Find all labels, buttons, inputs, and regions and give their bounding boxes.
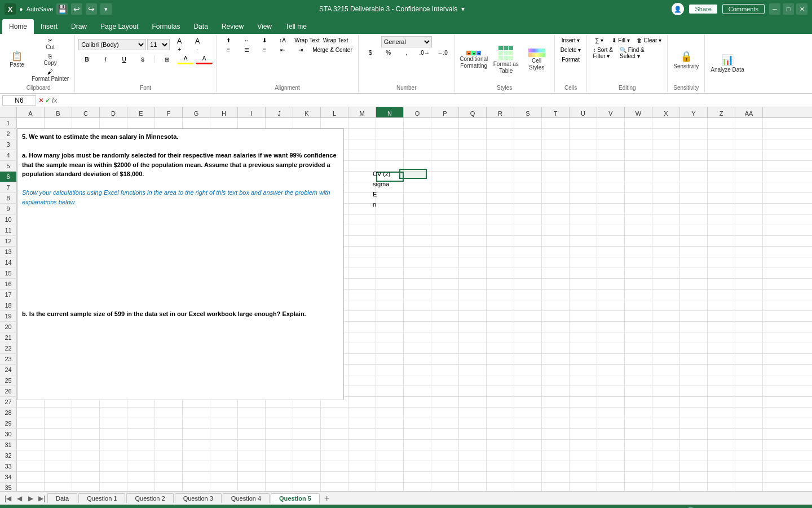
cell-P22[interactable] (431, 343, 459, 353)
cell-U15[interactable] (570, 268, 597, 278)
cell-M4[interactable] (348, 150, 376, 160)
cell-S28[interactable] (514, 408, 542, 418)
cell-P27[interactable] (431, 397, 459, 407)
col-header-Z[interactable]: Z (708, 107, 735, 117)
paste-button[interactable]: 📋 Paste (6, 50, 28, 71)
font-shrink-button[interactable]: A- (189, 36, 206, 53)
row-number-19[interactable]: 19 (0, 311, 17, 321)
cell-S6[interactable] (514, 172, 542, 182)
tab-pagelayout[interactable]: Page Layout (94, 19, 145, 34)
cell-X35[interactable] (652, 483, 680, 491)
col-header-G[interactable]: G (183, 107, 210, 117)
cell-Q18[interactable] (459, 300, 487, 310)
cell-Q23[interactable] (459, 354, 487, 364)
cell-D32[interactable] (100, 450, 127, 461)
cell-O33[interactable] (404, 461, 431, 471)
cell-F34[interactable] (155, 472, 183, 482)
cell-O10[interactable] (404, 214, 431, 225)
cell-Q22[interactable] (459, 343, 487, 353)
cell-W26[interactable] (625, 386, 652, 396)
cell-O8[interactable] (404, 193, 431, 203)
cell-Z27[interactable] (708, 397, 735, 407)
cell-Q34[interactable] (459, 472, 487, 482)
cell-U26[interactable] (570, 386, 597, 396)
cell-W2[interactable] (625, 129, 652, 139)
cell-AA8[interactable] (735, 193, 763, 203)
cell-Y8[interactable] (680, 193, 708, 203)
cell-W31[interactable] (625, 440, 652, 450)
cell-N13[interactable] (376, 247, 404, 257)
cell-W22[interactable] (625, 343, 652, 353)
cell-H28[interactable] (210, 408, 238, 418)
cell-R5[interactable] (487, 161, 514, 171)
cell-A35[interactable] (17, 483, 45, 491)
cell-P2[interactable] (431, 129, 459, 139)
row-number-16[interactable]: 16 (0, 279, 17, 289)
cell-E35[interactable] (127, 483, 155, 491)
copy-button[interactable]: ⎘Copy (29, 52, 71, 68)
cell-W25[interactable] (625, 375, 652, 386)
cell-Z15[interactable] (708, 268, 735, 278)
text-direction-button[interactable]: ↕A (274, 36, 291, 45)
cell-T30[interactable] (542, 429, 570, 439)
cell-O29[interactable] (404, 418, 431, 428)
cell-E30[interactable] (127, 429, 155, 439)
cell-Q24[interactable] (459, 365, 487, 375)
cell-Z30[interactable] (708, 429, 735, 439)
cell-K32[interactable] (293, 450, 321, 461)
cell-T6[interactable] (542, 172, 570, 182)
row-number-20[interactable]: 20 (0, 322, 17, 332)
cell-W16[interactable] (625, 279, 652, 289)
cell-J30[interactable] (266, 429, 293, 439)
cell-V28[interactable] (597, 408, 625, 418)
cell-S12[interactable] (514, 236, 542, 246)
cell-W33[interactable] (625, 461, 652, 471)
cell-U9[interactable] (570, 204, 597, 214)
cell-P23[interactable] (431, 354, 459, 364)
cell-AA5[interactable] (735, 161, 763, 171)
cell-Z8[interactable] (708, 193, 735, 203)
cell-R21[interactable] (487, 332, 514, 343)
cell-V12[interactable] (597, 236, 625, 246)
cell-Y14[interactable] (680, 257, 708, 268)
cell-E1[interactable] (127, 118, 155, 128)
cell-F33[interactable] (155, 461, 183, 471)
cell-T4[interactable] (542, 150, 570, 160)
cell-H30[interactable] (210, 429, 238, 439)
cell-V26[interactable] (597, 386, 625, 396)
cell-R4[interactable] (487, 150, 514, 160)
cell-T9[interactable] (542, 204, 570, 214)
cell-U24[interactable] (570, 365, 597, 375)
col-header-H[interactable]: H (210, 107, 238, 117)
cell-V16[interactable] (597, 279, 625, 289)
indent-decrease-button[interactable]: ⇤ (274, 46, 291, 54)
cell-V3[interactable] (597, 139, 625, 150)
cell-Q14[interactable] (459, 257, 487, 268)
sensitivity-button[interactable]: 🔒 Sensitivity (671, 48, 701, 72)
cell-O34[interactable] (404, 472, 431, 482)
cell-P19[interactable] (431, 311, 459, 321)
cell-W3[interactable] (625, 139, 652, 150)
cell-Y4[interactable] (680, 150, 708, 160)
cell-S8[interactable] (514, 193, 542, 203)
cell-M33[interactable] (348, 461, 376, 471)
cell-S11[interactable] (514, 225, 542, 235)
cell-Z32[interactable] (708, 450, 735, 461)
cell-O17[interactable] (404, 290, 431, 300)
cell-M31[interactable] (348, 440, 376, 450)
cell-W17[interactable] (625, 290, 652, 300)
cell-U32[interactable] (570, 450, 597, 461)
cell-Y15[interactable] (680, 268, 708, 278)
cell-Q7[interactable] (459, 182, 487, 192)
cell-R26[interactable] (487, 386, 514, 396)
cell-M28[interactable] (348, 408, 376, 418)
cell-P31[interactable] (431, 440, 459, 450)
cell-W1[interactable] (625, 118, 652, 128)
align-top-button[interactable]: ⬆ (220, 36, 237, 45)
col-header-A[interactable]: A (17, 107, 45, 117)
cell-T3[interactable] (542, 139, 570, 150)
col-header-Q[interactable]: Q (459, 107, 487, 117)
cell-AA18[interactable] (735, 300, 763, 310)
cell-N15[interactable] (376, 268, 404, 278)
cell-S35[interactable] (514, 483, 542, 491)
